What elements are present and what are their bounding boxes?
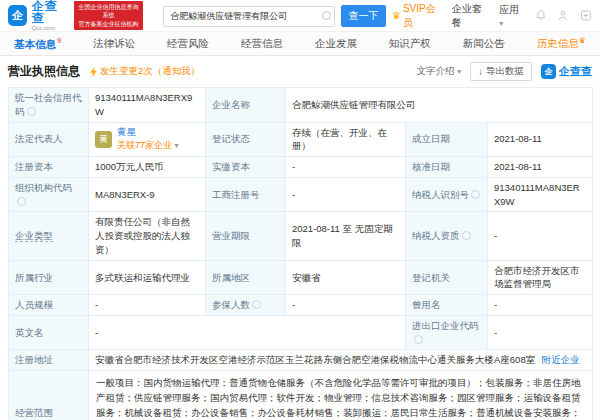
tab-news-announcement[interactable]: 新闻公告 — [463, 37, 505, 51]
badge-line2: 官方备案企业征信机构 — [78, 20, 140, 28]
field-value-reg-capital: 1000万元人民币 — [89, 157, 206, 178]
text-intro-dropdown[interactable]: 文字介绍 ▾ — [417, 65, 462, 78]
app-grid-icon[interactable] — [580, 9, 592, 22]
field-value-taxpayer-quality: - — [488, 212, 593, 260]
table-row: 人员规模 - 参保人数 - 曾用名 - — [9, 295, 593, 316]
tab-operation-risk[interactable]: 经营风险 — [167, 37, 209, 51]
table-row: 企业类型 有限责任公司（非自然人投资或控股的法人独资） 营业期限 2021-08… — [9, 212, 593, 260]
qcc-mini-brand-label: 企查查 — [559, 64, 592, 79]
field-label-company-type: 企业类型 — [9, 212, 89, 260]
user-icon[interactable] — [557, 9, 569, 22]
apps-menu[interactable]: 应用 ▾ — [499, 3, 523, 28]
field-label-english-name: 英文名 — [9, 315, 89, 350]
org-code-label-text: 组织机构代码 — [15, 182, 72, 193]
field-label-est-date: 成立日期 — [406, 122, 488, 157]
field-label-authority: 登记机关 — [406, 260, 488, 295]
nearby-companies-link[interactable]: 附近企业 — [542, 354, 580, 365]
field-label-industry: 所属行业 — [9, 260, 89, 295]
tab-operation-info[interactable]: 经营信息 — [241, 37, 283, 51]
search-button[interactable]: 查一下 — [341, 5, 386, 27]
logo-domain: Qcc.com — [31, 25, 67, 31]
taxpayer-id-label-text: 纳税人识别号 — [412, 189, 469, 200]
field-value-company-name: 合肥鲸潮供应链管理有限公司 — [286, 88, 593, 123]
field-value-taxpayer-id: 91340111MA8N3ERX9W — [488, 177, 593, 212]
company-type-label-text[interactable]: 企业类型 — [15, 230, 53, 242]
qcc-logo-text: 企查查 Qcc.com — [31, 0, 67, 31]
field-label-paid-capital: 实缴资本 — [206, 157, 286, 178]
info-icon[interactable] — [252, 300, 261, 309]
field-label-insured: 参保人数 — [206, 295, 286, 316]
related-companies-link[interactable]: 关联77家企业 — [117, 140, 172, 150]
field-value-business-scope: 一般项目：国内货物运输代理；普通货物仓储服务（不含危险化学品等需许可审批的项目）… — [89, 371, 593, 420]
tab-basic-info-label: 基本信息 — [14, 37, 56, 49]
field-value-address: 安徽省合肥市经济技术开发区空港经济示范区玉兰花路东侧合肥空港保税物流中心通关服务… — [89, 350, 593, 371]
field-value-industry: 多式联运和运输代理业 — [89, 260, 206, 295]
chevron-down-icon: ▾ — [457, 67, 461, 76]
table-row: 法定代表人 黄 黄星 关联77家企业 ▾ 登记状态 存续（在营、开业、在册） 成… — [9, 122, 593, 157]
info-icon[interactable] — [27, 107, 36, 116]
field-value-est-date: 2021-08-11 — [488, 122, 593, 157]
info-icon[interactable] — [414, 335, 423, 344]
field-value-staff-size: - — [89, 295, 206, 316]
field-value-org-code: MA8N3ERX-9 — [89, 177, 206, 212]
enterprise-package-link[interactable]: 企业套餐 — [452, 2, 488, 30]
field-label-taxpayer-id: 纳税人识别号 — [406, 177, 488, 212]
tab-history-label: 历史信息 — [537, 37, 579, 49]
field-label-biz-reg-no: 工商注册号 — [206, 177, 286, 212]
apps-label: 应用 — [499, 4, 519, 15]
field-label-reg-capital: 注册资本 — [9, 157, 89, 178]
export-data-button[interactable]: ↓ 导出数据 — [470, 62, 532, 81]
search-input[interactable] — [163, 6, 335, 27]
tab-legal-litigation[interactable]: 法律诉讼 — [93, 37, 135, 51]
header-right: ♛ SVIP会员 企业套餐 应用 ▾ — [392, 2, 592, 30]
qcc-logo[interactable]: 企 企查查 Qcc.com — [8, 0, 68, 31]
change-notice-text: 发生变更2次（通知我） — [100, 65, 200, 78]
field-value-insured: - — [286, 295, 406, 316]
table-row: 组织机构代码 MA8N3ERX-9 工商注册号 - 纳税人识别号 9134011… — [9, 177, 593, 212]
gov-certification-badge: 全国企业信用信息查询系统 官方备案企业征信机构 — [74, 1, 144, 29]
field-label-org-code: 组织机构代码 — [9, 177, 89, 212]
business-license-table: 统一社会信用代码 91340111MA8N3ERX9W 企业名称 合肥鲸潮供应链… — [8, 87, 593, 420]
info-icon[interactable] — [462, 231, 471, 240]
tab-intellectual-property[interactable]: 知识产权 — [389, 37, 431, 51]
field-value-former-name: - — [488, 295, 593, 316]
chevron-down-icon: ▾ — [175, 141, 179, 150]
field-label-import-export-code: 进出口企业代码 — [406, 315, 488, 350]
insured-label-text: 参保人数 — [212, 299, 250, 310]
top-header: 企 企查查 Qcc.com 全国企业信用信息查询系统 官方备案企业征信机构 查一… — [0, 0, 600, 31]
field-value-business-term: 2021-08-11 至 无固定期限 — [286, 212, 406, 260]
tab-history-info[interactable]: 历史信息♛ — [537, 37, 586, 51]
field-value-status: 存续（在营、开业、在册） — [286, 122, 406, 157]
field-label-status: 登记状态 — [206, 122, 286, 157]
logo-title: 企查查 — [31, 0, 67, 24]
field-value-credit-code: 91340111MA8N3ERX9W — [89, 88, 206, 123]
field-value-english-name: - — [89, 315, 406, 350]
tab-basic-info[interactable]: 基本信息9 — [14, 36, 61, 52]
info-icon[interactable] — [471, 190, 480, 199]
section-title: 营业执照信息 — [8, 63, 80, 80]
qcc-mini-brand: 企 企查查 — [541, 64, 592, 79]
qcc-mini-logo-icon: 企 — [541, 64, 556, 79]
field-label-company-name: 企业名称 — [206, 88, 286, 123]
bell-icon[interactable] — [535, 9, 547, 22]
download-icon: ↓ — [478, 66, 483, 77]
field-label-business-term: 营业期限 — [206, 212, 286, 260]
change-notice-link[interactable]: 发生变更2次（通知我） — [90, 65, 200, 78]
info-icon[interactable] — [17, 197, 26, 206]
field-value-biz-reg-no: - — [286, 177, 406, 212]
field-value-approval-date: 2021-08-11 — [488, 157, 593, 178]
export-label: 导出数据 — [486, 65, 524, 78]
field-label-area: 所属地区 — [206, 260, 286, 295]
tab-company-development[interactable]: 企业发展 — [315, 37, 357, 51]
legal-rep-link[interactable]: 黄星 — [117, 126, 179, 139]
company-nav-tabs: 基本信息9 法律诉讼 经营风险 经营信息 企业发展 知识产权 新闻公告 历史信息… — [0, 31, 600, 56]
chevron-down-icon: ▾ — [499, 19, 503, 28]
clear-search-icon[interactable] — [322, 11, 331, 20]
table-row: 经营范围 一般项目：国内货物运输代理；普通货物仓储服务（不含危险化学品等需许可审… — [9, 371, 593, 420]
svip-link[interactable]: ♛ SVIP会员 — [392, 2, 441, 30]
toolbar-right: 文字介绍 ▾ ↓ 导出数据 企 企查查 — [417, 62, 592, 81]
field-value-import-export-code: - — [488, 315, 593, 350]
taxpayer-quality-label-text: 纳税人资质 — [412, 230, 460, 241]
field-value-paid-capital: - — [286, 157, 406, 178]
table-row: 注册地址 安徽省合肥市经济技术开发区空港经济示范区玉兰花路东侧合肥空港保税物流中… — [9, 350, 593, 371]
